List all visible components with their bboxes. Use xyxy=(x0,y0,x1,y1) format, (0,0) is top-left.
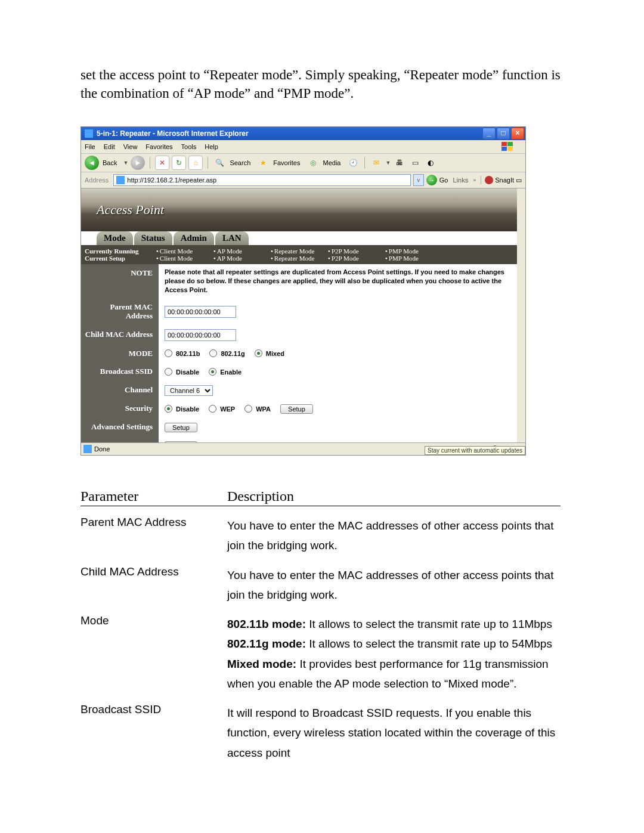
banner: Access Point xyxy=(81,188,517,231)
note-label: NOTE xyxy=(81,264,159,298)
banner-title: Access Point xyxy=(97,202,164,218)
bssid-disable-radio[interactable] xyxy=(165,368,172,376)
bssid-enable-radio[interactable] xyxy=(209,368,216,376)
home-button[interactable]: ⌂ xyxy=(188,156,203,170)
mail-icon[interactable]: ✉ xyxy=(370,156,383,169)
running-client-mode[interactable]: Client Mode xyxy=(156,247,213,255)
snagit-capture-icon[interactable]: ▭ xyxy=(516,176,522,184)
desc-mode: 802.11b mode: It allows to select the tr… xyxy=(227,614,561,693)
note-value: Please note that all repeater settings a… xyxy=(159,264,517,298)
edit-icon[interactable]: ▭ xyxy=(408,156,422,169)
stop-button[interactable]: ✕ xyxy=(155,156,169,170)
desc-bssid: It will respond to Broadcast SSID reques… xyxy=(227,703,561,763)
print-icon[interactable]: 🖶 xyxy=(393,156,406,169)
channel-value: Channel 6 xyxy=(159,381,517,400)
advanced-value: Setup xyxy=(159,418,517,436)
favorites-icon[interactable]: ★ xyxy=(256,156,270,169)
channel-select[interactable]: Channel 6 xyxy=(165,385,213,396)
parameter-table: Parameter Description Parent MAC Address… xyxy=(80,488,561,763)
menu-file[interactable]: File xyxy=(85,143,95,150)
running-pmp-mode[interactable]: PMP Mode xyxy=(385,247,442,255)
svg-rect-3 xyxy=(507,147,513,151)
media-label[interactable]: Media xyxy=(323,159,341,166)
bssid-label: Broadcast SSID xyxy=(81,363,159,381)
menu-help[interactable]: Help xyxy=(205,143,218,150)
setup-ap-mode[interactable]: AP Mode xyxy=(213,255,271,262)
discuss-icon[interactable]: ◐ xyxy=(424,156,437,169)
setup-p2p-mode[interactable]: P2P Mode xyxy=(328,255,385,262)
security-disable-radio[interactable] xyxy=(165,405,172,413)
address-dropdown-icon[interactable]: v xyxy=(413,174,424,186)
links-chevron-icon[interactable]: » xyxy=(473,177,476,183)
header-description: Description xyxy=(227,488,294,504)
status-bar: Done Internet Stay current with automati… xyxy=(81,442,525,455)
address-field[interactable]: http://192.168.2.1/repeater.asp xyxy=(113,174,410,186)
running-p2p-mode[interactable]: P2P Mode xyxy=(328,247,385,255)
go-label[interactable]: Go xyxy=(439,176,448,184)
current-setup-label: Current Setup xyxy=(85,255,156,262)
intro-paragraph: set the access point to “Repeater mode”.… xyxy=(80,66,566,103)
header-parameter: Parameter xyxy=(80,488,227,504)
update-tooltip: Stay current with automatic updates xyxy=(425,446,525,455)
tab-mode[interactable]: Mode xyxy=(97,231,133,245)
search-icon[interactable]: 🔍 xyxy=(213,156,226,169)
address-label: Address xyxy=(85,176,109,184)
mode-value: 802.11b 802.11g Mixed xyxy=(159,345,517,363)
svg-rect-2 xyxy=(501,147,507,151)
refresh-button[interactable]: ↻ xyxy=(172,156,186,170)
search-label[interactable]: Search xyxy=(230,159,250,166)
media-icon[interactable]: ◎ xyxy=(306,156,320,169)
running-ap-mode[interactable]: AP Mode xyxy=(213,247,271,255)
favorites-label[interactable]: Favorites xyxy=(273,159,300,166)
parent-mac-input[interactable] xyxy=(165,306,236,318)
channel-label: Channel xyxy=(81,381,159,400)
back-button[interactable]: ◄ xyxy=(85,156,99,170)
param-mode: Mode xyxy=(80,614,227,693)
table-row: Child MAC Address You have to enter the … xyxy=(80,565,561,605)
back-label[interactable]: Back xyxy=(103,159,117,166)
setup-repeater-mode[interactable]: Repeater Mode xyxy=(271,255,328,262)
tab-lan[interactable]: LAN xyxy=(215,231,249,245)
running-repeater-mode[interactable]: Repeater Mode xyxy=(271,247,328,255)
links-label[interactable]: Links xyxy=(453,176,468,184)
mode-80211g-radio[interactable] xyxy=(209,349,217,357)
toolbar-separator xyxy=(208,157,208,169)
security-wpa-radio[interactable] xyxy=(244,405,252,413)
advanced-setup-button[interactable]: Setup xyxy=(165,423,197,432)
back-dropdown-icon[interactable]: ▼ xyxy=(123,160,128,166)
table-row: Broadcast SSID It will respond to Broadc… xyxy=(80,703,561,763)
child-mac-input[interactable] xyxy=(165,329,236,341)
menu-tools[interactable]: Tools xyxy=(181,143,197,150)
param-parent-mac: Parent MAC Address xyxy=(80,516,227,556)
mail-dropdown-icon[interactable]: ▼ xyxy=(385,160,391,166)
mode-80211b-radio[interactable] xyxy=(165,349,172,357)
snagit-label[interactable]: SnagIt xyxy=(495,176,514,184)
snagit-icon[interactable] xyxy=(485,176,493,184)
menu-view[interactable]: View xyxy=(123,143,138,150)
menu-edit[interactable]: Edit xyxy=(104,143,115,150)
svg-rect-1 xyxy=(507,142,513,146)
setup-pmp-mode[interactable]: PMP Mode xyxy=(385,255,442,262)
toolbar: ◄ Back ▼ ► ✕ ↻ ⌂ 🔍 Search ★ Favorites ◎ … xyxy=(81,154,525,172)
close-button[interactable]: × xyxy=(511,128,524,140)
security-wep-radio[interactable] xyxy=(209,405,216,413)
address-url: http://192.168.2.1/repeater.asp xyxy=(127,176,216,184)
tab-admin[interactable]: Admin xyxy=(174,231,214,245)
forward-button[interactable]: ► xyxy=(131,156,145,170)
go-button[interactable]: → xyxy=(426,175,437,185)
done-icon xyxy=(83,445,92,453)
maximize-button[interactable]: □ xyxy=(497,128,510,140)
main-tabs: Mode Status Admin LAN xyxy=(81,231,517,245)
history-icon[interactable]: 🕘 xyxy=(346,156,360,169)
security-label: Security xyxy=(81,400,159,418)
mode-mixed-radio[interactable] xyxy=(255,349,262,357)
parent-mac-value xyxy=(159,298,517,326)
tab-status[interactable]: Status xyxy=(134,231,172,245)
setup-client-mode[interactable]: Client Mode xyxy=(156,255,213,262)
menu-favorites[interactable]: Favorites xyxy=(145,143,172,150)
advanced-label: Advanced Settings xyxy=(81,418,159,436)
minimize-button[interactable]: _ xyxy=(482,128,496,140)
security-setup-button[interactable]: Setup xyxy=(280,404,313,414)
param-child-mac: Child MAC Address xyxy=(80,565,227,605)
svg-rect-0 xyxy=(501,142,507,146)
